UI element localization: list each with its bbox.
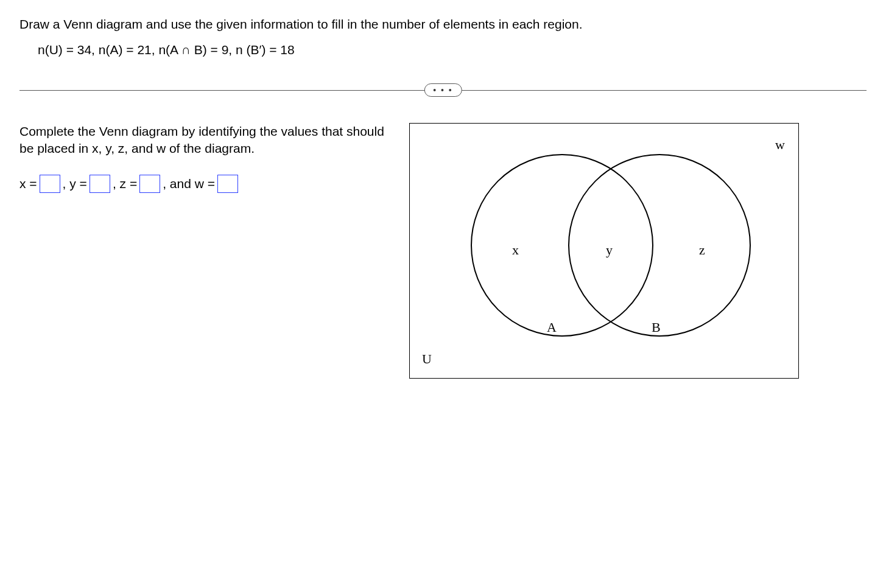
x-input[interactable] xyxy=(40,175,60,193)
answer-line: x = , y = , z = , and w = xyxy=(19,175,385,193)
label-x: x xyxy=(512,242,519,258)
lower-section: Complete the Venn diagram by identifying… xyxy=(19,123,867,379)
y-label: , y = xyxy=(63,177,87,191)
label-a: A xyxy=(547,320,557,335)
venn-diagram: U A B x y z w xyxy=(409,123,799,379)
label-u: U xyxy=(422,351,432,367)
w-input[interactable] xyxy=(217,175,238,193)
prompt-line1: Draw a Venn diagram and use the given in… xyxy=(19,17,867,32)
label-w: w xyxy=(775,137,785,153)
x-label: x = xyxy=(19,177,37,191)
label-y: y xyxy=(606,242,613,258)
label-b: B xyxy=(652,320,661,335)
left-column: Complete the Venn diagram by identifying… xyxy=(19,123,385,193)
divider: • • • xyxy=(19,82,867,99)
z-label: , z = xyxy=(113,177,137,191)
instruction-text: Complete the Venn diagram by identifying… xyxy=(19,123,385,158)
y-input[interactable] xyxy=(90,175,110,193)
w-label: , and w = xyxy=(163,177,215,191)
label-z: z xyxy=(699,242,705,258)
z-input[interactable] xyxy=(139,175,160,193)
circle-b xyxy=(568,154,751,337)
prompt-line2: n(U) = 34, n(A) = 21, n(A ∩ B) = 9, n (B… xyxy=(38,43,867,57)
expand-pill-button[interactable]: • • • xyxy=(424,83,462,97)
